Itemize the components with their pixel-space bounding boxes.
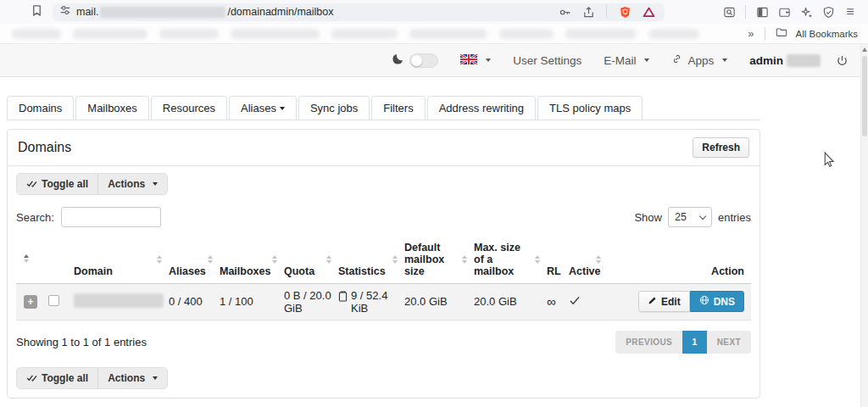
menu-icon[interactable]: ≡ <box>841 3 860 21</box>
moon-icon <box>392 53 404 68</box>
panel-header: Domains Refresh <box>8 130 760 166</box>
main-content: Domains Mailboxes Resources Aliases Sync… <box>7 96 760 399</box>
header-mailboxes[interactable]: Mailboxes <box>216 236 281 283</box>
sidebar-toggle-icon[interactable] <box>753 3 771 21</box>
globe-icon <box>699 295 709 308</box>
extension-triangle-icon[interactable] <box>639 3 658 21</box>
bookmark-item-redacted[interactable] <box>159 29 219 39</box>
row-expand-button[interactable]: + <box>24 295 37 309</box>
tab-domains[interactable]: Domains <box>7 96 74 120</box>
bookmark-item-redacted[interactable] <box>409 29 487 39</box>
bookmark-item-redacted[interactable] <box>565 29 637 39</box>
sort-icon <box>24 254 30 263</box>
bookmark-item-redacted[interactable] <box>499 29 554 39</box>
all-bookmarks-label[interactable]: All Bookmarks <box>796 29 859 39</box>
url-bar[interactable]: mail. /domainadmin/mailbox <box>53 3 665 21</box>
tab-bar: Domains Mailboxes Resources Aliases Sync… <box>7 96 760 120</box>
cell-aliases: 0 / 400 <box>165 283 216 320</box>
bookmark-icon <box>31 4 43 20</box>
logged-in-user: admin <box>749 54 821 67</box>
tab-sync-jobs[interactable]: Sync jobs <box>298 96 370 120</box>
toggle-all-button-bottom[interactable]: Toggle all <box>17 368 97 388</box>
share-button[interactable] <box>579 3 598 21</box>
dark-mode-control <box>392 53 438 68</box>
bottom-actions-group: Toggle all Actions <box>16 367 168 389</box>
actions-dropdown-button[interactable]: Actions <box>97 174 167 194</box>
leo-ai-sparkle-icon[interactable] <box>797 3 815 21</box>
header-expand[interactable] <box>16 236 45 283</box>
sort-icon <box>272 255 277 264</box>
sort-icon <box>326 255 331 264</box>
caret-down-icon <box>153 182 158 186</box>
tab-aliases[interactable]: Aliases <box>229 96 297 120</box>
saved-password-button[interactable] <box>555 3 574 21</box>
bookmark-item-redacted[interactable] <box>12 29 61 39</box>
url-host-redacted <box>100 7 225 18</box>
header-rl[interactable]: RL <box>543 236 565 283</box>
tab-resources[interactable]: Resources <box>151 96 227 120</box>
scroll-up-arrow[interactable] <box>862 47 867 52</box>
header-statistics[interactable]: Statistics <box>335 236 401 283</box>
sort-icon <box>535 255 540 264</box>
header-aliases[interactable]: Aliases <box>165 236 216 283</box>
tab-tls-policy-maps[interactable]: TLS policy maps <box>537 96 643 120</box>
dns-button[interactable]: DNS <box>690 291 744 312</box>
nav-email-dropdown[interactable]: E-Mail <box>604 54 649 67</box>
pagination-page-1[interactable]: 1 <box>682 331 707 354</box>
page-length-select[interactable]: 25 <box>668 207 712 227</box>
sort-icon <box>157 255 162 264</box>
pencil-icon <box>648 296 657 308</box>
header-max-mailbox-size[interactable]: Max. size of a mailbox <box>470 236 543 283</box>
row-checkbox[interactable] <box>48 295 59 306</box>
bookmark-button[interactable] <box>27 3 46 21</box>
bookmarks-overflow-chevron[interactable]: » <box>748 27 754 40</box>
site-permissions-icon[interactable] <box>59 4 71 20</box>
bookmark-item-redacted[interactable] <box>648 29 699 39</box>
header-default-mailbox-size[interactable]: Default mailbox size <box>401 236 470 283</box>
bookmark-item-redacted[interactable] <box>331 29 398 39</box>
header-active[interactable]: Active <box>565 236 604 283</box>
dark-mode-toggle[interactable] <box>409 53 438 68</box>
username-redacted <box>787 54 821 67</box>
row-action-group: Edit DNS <box>638 291 744 312</box>
edit-button[interactable]: Edit <box>638 291 690 312</box>
scrollbar-thumb[interactable] <box>862 56 867 137</box>
wallet-icon[interactable] <box>775 3 793 21</box>
cell-rl: ∞ <box>543 283 565 320</box>
bookmark-item-redacted[interactable] <box>73 29 147 39</box>
sort-icon <box>208 255 213 264</box>
reader-search-icon[interactable] <box>720 3 738 21</box>
header-quota[interactable]: Quota <box>281 236 335 283</box>
pagination: PREVIOUS 1 NEXT <box>615 331 751 354</box>
refresh-button[interactable]: Refresh <box>693 137 749 158</box>
mouse-cursor <box>824 152 835 172</box>
bookmark-item-redacted[interactable] <box>231 29 320 39</box>
pagination-next[interactable]: NEXT <box>707 331 751 354</box>
sort-icon <box>392 255 398 264</box>
table-info-text: Showing 1 to 1 of 1 entries <box>16 336 147 348</box>
cell-default-mailbox-size: 20.0 GiB <box>401 283 470 320</box>
nav-user-settings[interactable]: User Settings <box>513 54 581 67</box>
uk-flag-icon <box>460 54 477 67</box>
nav-apps-dropdown[interactable]: Apps <box>671 53 727 67</box>
actions-dropdown-button-bottom[interactable]: Actions <box>97 368 167 388</box>
tab-mailboxes[interactable]: Mailboxes <box>75 96 149 120</box>
bookmarks-bar: » All Bookmarks <box>0 24 868 44</box>
tab-address-rewriting[interactable]: Address rewriting <box>427 96 536 120</box>
table-header-row: Domain Aliases Mailboxes Quota Statistic… <box>16 236 751 283</box>
caret-down-icon <box>644 59 649 62</box>
header-action: Action <box>604 236 751 283</box>
tab-filters[interactable]: Filters <box>371 96 425 120</box>
domain-name-redacted <box>74 293 164 308</box>
page-scrollbar[interactable] <box>860 44 868 407</box>
shield-check-icon[interactable] <box>819 3 837 21</box>
logout-power-icon[interactable] <box>832 51 851 70</box>
search-input[interactable] <box>61 207 161 227</box>
header-domain[interactable]: Domain <box>70 236 165 283</box>
show-label: Show <box>634 211 662 224</box>
brave-shields-icon[interactable] <box>615 3 634 21</box>
toggle-all-button[interactable]: Toggle all <box>17 174 97 194</box>
pagination-previous[interactable]: PREVIOUS <box>615 331 682 354</box>
search-label: Search: <box>16 211 54 224</box>
language-selector[interactable] <box>460 54 491 67</box>
